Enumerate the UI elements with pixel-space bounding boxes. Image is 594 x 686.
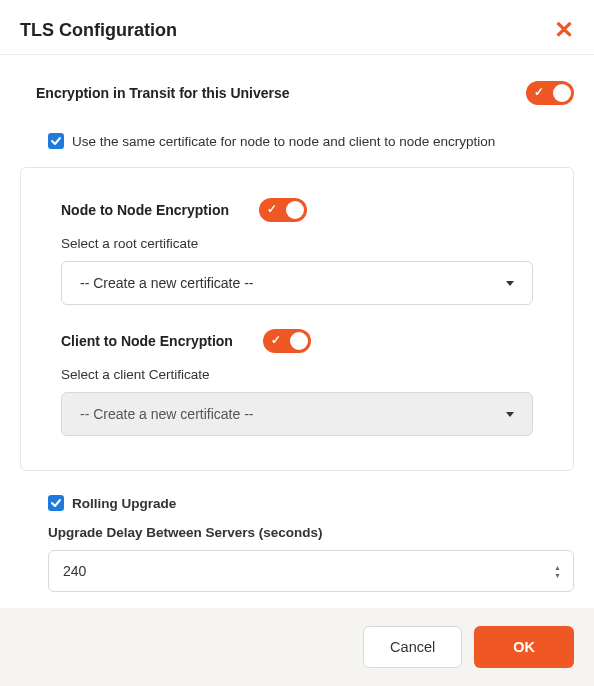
rolling-upgrade-checkbox[interactable] — [48, 495, 64, 511]
client-to-node-row: Client to Node Encryption ✓ — [61, 329, 533, 353]
encryption-transit-row: Encryption in Transit for this Universe … — [20, 81, 574, 105]
modal-body: Encryption in Transit for this Universe … — [0, 55, 594, 608]
client-to-node-title: Client to Node Encryption — [61, 333, 233, 349]
upgrade-delay-input[interactable]: 240 ▲ ▼ — [48, 550, 574, 592]
chevron-down-icon — [506, 412, 514, 417]
encryption-transit-toggle[interactable]: ✓ — [526, 81, 574, 105]
encryption-transit-label: Encryption in Transit for this Universe — [20, 85, 290, 101]
client-to-node-toggle[interactable]: ✓ — [263, 329, 311, 353]
rolling-upgrade-row: Rolling Upgrade — [48, 495, 574, 511]
same-cert-label: Use the same certificate for node to nod… — [72, 134, 495, 149]
client-cert-label: Select a client Certificate — [61, 367, 533, 382]
same-cert-checkbox[interactable] — [48, 133, 64, 149]
toggle-knob — [553, 84, 571, 102]
root-cert-label: Select a root certificate — [61, 236, 533, 251]
rolling-upgrade-block: Rolling Upgrade Upgrade Delay Between Se… — [20, 495, 574, 592]
node-to-node-row: Node to Node Encryption ✓ — [61, 198, 533, 222]
node-to-node-title: Node to Node Encryption — [61, 202, 229, 218]
checkmark-icon — [50, 135, 62, 147]
stepper-up-icon[interactable]: ▲ — [554, 564, 561, 571]
client-cert-value: -- Create a new certificate -- — [80, 406, 254, 422]
modal-title: TLS Configuration — [20, 20, 177, 41]
tls-config-modal: TLS Configuration ✕ Encryption in Transi… — [0, 0, 594, 686]
root-cert-select[interactable]: -- Create a new certificate -- — [61, 261, 533, 305]
check-icon: ✓ — [267, 202, 277, 216]
check-icon: ✓ — [534, 85, 544, 99]
stepper-down-icon[interactable]: ▼ — [554, 572, 561, 579]
check-icon: ✓ — [271, 333, 281, 347]
cancel-button[interactable]: Cancel — [363, 626, 462, 668]
same-cert-row: Use the same certificate for node to nod… — [20, 133, 574, 149]
upgrade-delay-value: 240 — [63, 563, 86, 579]
ok-button[interactable]: OK — [474, 626, 574, 668]
toggle-knob — [290, 332, 308, 350]
modal-header: TLS Configuration ✕ — [0, 0, 594, 55]
upgrade-delay-row: Upgrade Delay Between Servers (seconds) … — [48, 525, 574, 592]
cert-card: Node to Node Encryption ✓ Select a root … — [20, 167, 574, 471]
node-to-node-toggle[interactable]: ✓ — [259, 198, 307, 222]
root-cert-value: -- Create a new certificate -- — [80, 275, 254, 291]
chevron-down-icon — [506, 281, 514, 286]
modal-footer: Cancel OK — [0, 608, 594, 686]
rolling-upgrade-label: Rolling Upgrade — [72, 496, 176, 511]
checkmark-icon — [50, 497, 62, 509]
number-stepper[interactable]: ▲ ▼ — [554, 564, 561, 579]
close-icon[interactable]: ✕ — [554, 18, 574, 42]
upgrade-delay-label: Upgrade Delay Between Servers (seconds) — [48, 525, 574, 540]
toggle-knob — [286, 201, 304, 219]
client-cert-select[interactable]: -- Create a new certificate -- — [61, 392, 533, 436]
